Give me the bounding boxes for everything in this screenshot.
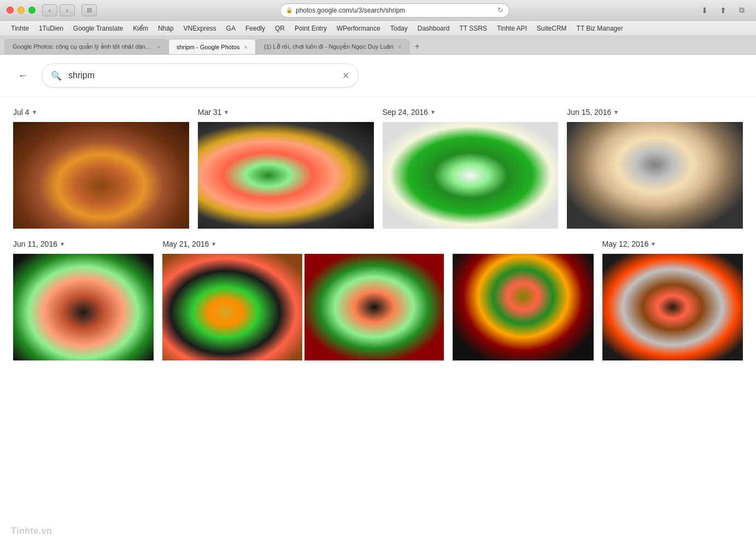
- bookmark-suitecrm[interactable]: SuiteCRM: [532, 24, 571, 33]
- window-icon[interactable]: ⧉: [734, 4, 749, 16]
- back-nav-button[interactable]: ‹: [42, 4, 57, 16]
- bookmark-vnexpress[interactable]: VNExpress: [179, 24, 221, 33]
- bookmark-qr[interactable]: QR: [271, 24, 289, 33]
- tab-close-lo-roi[interactable]: ×: [398, 44, 401, 50]
- tab-label-lo-roi: (1) Lỡ rồi, chơi luôn đi - Nguyễn Ngọc D…: [264, 43, 394, 50]
- tab-overview-button[interactable]: ⊟: [81, 4, 97, 16]
- date-chevron-sep24[interactable]: ▾: [431, 108, 435, 116]
- section-may21: May 21, 2016 ▾: [162, 240, 444, 360]
- section-may12: May 12, 2016 ▾: [602, 240, 743, 360]
- date-label-jul4: Jul 4: [13, 108, 30, 117]
- bookmark-ga[interactable]: GA: [222, 24, 240, 33]
- date-chevron-jul4[interactable]: ▾: [33, 108, 36, 116]
- photo-may21-1[interactable]: [162, 254, 302, 360]
- search-clear-icon[interactable]: ✕: [342, 71, 349, 81]
- right-icons: ⬇ ⬆ ⧉: [697, 4, 749, 16]
- fullscreen-button[interactable]: [28, 7, 36, 14]
- photo-sep24-1[interactable]: [383, 122, 559, 229]
- search-input[interactable]: shripm: [68, 71, 336, 80]
- section-jun11: Jun 11, 2016 ▾: [13, 240, 154, 360]
- watermark: Tinhte.vn: [11, 526, 52, 536]
- tabs-bar: Google Photos: công cụ quản lý ảnh tốt n…: [0, 36, 756, 55]
- section-may21-cont: ▾: [453, 240, 593, 360]
- new-tab-button[interactable]: +: [409, 39, 425, 54]
- bookmark-nhap[interactable]: Nháp: [154, 24, 178, 33]
- date-label-may12: May 12, 2016: [602, 240, 649, 248]
- date-chevron-jun11[interactable]: ▾: [61, 240, 64, 248]
- photos-header: ← 🔍 shripm ✕: [0, 55, 756, 97]
- photo-jun15-1[interactable]: [567, 122, 743, 229]
- bookmark-1tudien[interactable]: 1TuDien: [34, 24, 68, 33]
- forward-nav-button[interactable]: ›: [60, 4, 75, 16]
- address-bar[interactable]: 🔒 photos.google.com/u/3/search/shripm ↻: [280, 3, 509, 18]
- photo-mar31-1[interactable]: [198, 122, 374, 229]
- reload-button[interactable]: ↻: [497, 6, 503, 14]
- tab-shripm[interactable]: shripm - Google Photos ×: [168, 39, 256, 54]
- download-icon[interactable]: ⬇: [697, 4, 712, 16]
- date-label-may21: May 21, 2016: [162, 240, 209, 248]
- date-label-sep24: Sep 24, 2016: [383, 108, 428, 117]
- tab-label-tinhte: Google Photos: công cụ quản lý ảnh tốt n…: [13, 43, 153, 50]
- tab-label-shripm: shripm - Google Photos: [177, 44, 240, 50]
- bookmark-tinhte-api[interactable]: Tinhte API: [493, 24, 531, 33]
- tab-tinhte[interactable]: Google Photos: công cụ quản lý ảnh tốt n…: [4, 39, 168, 54]
- date-chevron-jun15[interactable]: ▾: [614, 108, 618, 116]
- date-chevron-may12[interactable]: ▾: [652, 240, 655, 248]
- date-label-jun11: Jun 11, 2016: [13, 240, 57, 248]
- bookmark-wperformance[interactable]: WPerformance: [332, 24, 385, 33]
- bookmark-point-entry[interactable]: Point Entry: [290, 24, 331, 33]
- photo-may21-2[interactable]: [304, 254, 444, 360]
- content-area: ← 🔍 shripm ✕ Jul 4 ▾ Mar 31 ▾: [0, 55, 756, 542]
- photo-jul4-1[interactable]: [13, 122, 189, 229]
- bookmark-tt-ssrs[interactable]: TT SSRS: [455, 24, 491, 33]
- tab-lo-roi[interactable]: (1) Lỡ rồi, chơi luôn đi - Nguyễn Ngọc D…: [256, 39, 409, 54]
- traffic-lights: [7, 7, 36, 14]
- bookmark-tt-biz-manager[interactable]: TT Biz Manager: [572, 24, 628, 33]
- share-icon[interactable]: ⬆: [716, 4, 731, 16]
- tab-close-tinhte[interactable]: ×: [157, 44, 160, 50]
- lock-icon: 🔒: [286, 7, 292, 13]
- photo-may12-1[interactable]: [602, 254, 743, 360]
- tab-close-shripm[interactable]: ×: [244, 44, 248, 50]
- section-jun15: Jun 15, 2016 ▾: [567, 108, 743, 229]
- date-label-jun15: Jun 15, 2016: [567, 108, 611, 117]
- titlebar: ‹ › ⊟ 🔒 photos.google.com/u/3/search/shr…: [0, 0, 756, 21]
- bookmark-today[interactable]: Today: [386, 24, 412, 33]
- close-button[interactable]: [7, 7, 14, 14]
- date-chevron-may21[interactable]: ▾: [212, 240, 215, 248]
- bookmark-tinhte[interactable]: Tinhte: [7, 24, 33, 33]
- date-chevron-mar31[interactable]: ▾: [225, 108, 228, 116]
- photo-may21-3[interactable]: [453, 254, 593, 360]
- bookmark-feedly[interactable]: Feedly: [241, 24, 269, 33]
- back-button[interactable]: ←: [13, 66, 33, 85]
- bookmarks-bar: Tinhte 1TuDien Google Translate Kiểm Nhá…: [0, 21, 756, 36]
- date-label-mar31: Mar 31: [198, 108, 222, 117]
- section-jul4: Jul 4 ▾: [13, 108, 189, 229]
- bookmark-kiem[interactable]: Kiểm: [128, 24, 153, 33]
- bookmark-google-translate[interactable]: Google Translate: [69, 24, 127, 33]
- bookmark-dashboard[interactable]: Dashboard: [413, 24, 454, 33]
- address-text: photos.google.com/u/3/search/shripm: [296, 7, 494, 14]
- search-bar[interactable]: 🔍 shripm ✕: [42, 63, 359, 88]
- section-sep24: Sep 24, 2016 ▾: [383, 108, 559, 229]
- minimize-button[interactable]: [17, 7, 25, 14]
- address-bar-container: 🔒 photos.google.com/u/3/search/shripm ↻: [101, 3, 688, 18]
- photo-jun11-1[interactable]: [13, 254, 154, 360]
- search-icon: 🔍: [51, 71, 62, 81]
- section-mar31: Mar 31 ▾: [198, 108, 374, 229]
